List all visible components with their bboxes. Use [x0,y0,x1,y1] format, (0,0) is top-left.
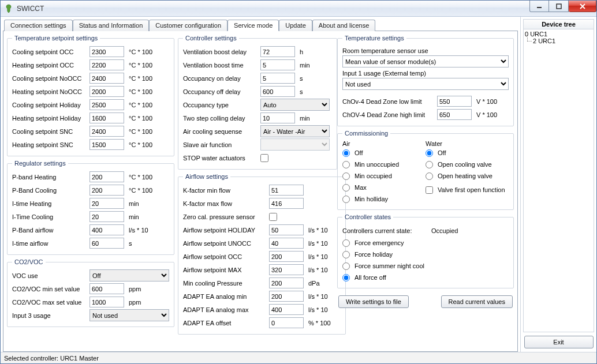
field-input[interactable] [269,304,304,315]
field-input[interactable] [89,185,124,196]
field-input[interactable] [269,185,304,196]
field-input[interactable] [269,264,304,275]
field-unit: °C * 100 [129,75,161,82]
field-input[interactable] [269,251,304,262]
checkbox-valve-first-open[interactable] [426,186,433,194]
radio-states[interactable] [342,251,350,258]
checkbox-zero-cal[interactable] [269,213,277,221]
radio-comm-air[interactable] [342,149,350,157]
field-input[interactable] [89,238,124,249]
field-input[interactable] [89,73,124,84]
group-airflow: Airflow settings K-factor min flowK-fact… [178,173,346,335]
field-input[interactable] [89,171,124,182]
device-tree[interactable]: 0 URC1 2 URC1 [523,29,594,332]
label-slave-air: Slave air function [183,141,258,148]
radio-comm-air[interactable] [342,184,350,192]
field-input[interactable] [260,73,295,84]
radio-label: All force off [355,274,386,281]
minimize-button[interactable] [529,1,549,12]
field-input[interactable] [269,277,304,288]
tabpage-service-mode: Temperature setpoint settings Cooling se… [3,31,518,352]
field-input[interactable] [89,126,124,137]
select-occupancy-type[interactable]: Auto [260,99,330,111]
field-input[interactable] [269,224,304,235]
radio-comm-air[interactable] [342,161,350,168]
field-input[interactable] [260,86,295,97]
radio-states[interactable] [342,274,350,282]
tab-customer-configuration[interactable]: Customer configuration [149,20,227,31]
radio-states[interactable] [342,262,350,270]
radio-states[interactable] [342,239,350,247]
unit-dz-low: V * 100 [476,98,509,105]
field-input[interactable] [269,317,304,328]
field-unit: l/s * 10 [308,293,341,300]
field-input[interactable] [260,59,295,70]
input-co2voc-max[interactable] [89,297,124,307]
radio-label: Force summer night cool [355,262,424,269]
input-co2voc-min[interactable] [89,283,124,294]
tab-update[interactable]: Update [279,20,312,31]
tab-about-and-license[interactable]: About and license [312,20,375,31]
field-input[interactable] [89,139,124,150]
field-input[interactable] [89,86,124,97]
label-input3-usage: Input 3 usage [12,312,87,319]
input-two-step[interactable] [260,112,295,123]
field-label: Cooling setpoint Holiday [12,102,87,108]
field-unit: l/s * 10 [308,253,341,260]
field-input[interactable] [89,198,124,209]
legend-co2voc: CO2/VOC [12,258,46,265]
label-room-temp-sensor: Room temperature sensor use [342,47,509,54]
radio-comm-air[interactable] [342,196,350,203]
field-input[interactable] [89,46,124,57]
select-input3-usage[interactable]: Not used [89,309,169,321]
checkbox-stop-water[interactable] [260,154,268,162]
svg-rect-1 [557,4,561,9]
label-occupancy-type: Occupancy type [183,102,258,108]
radio-comm-air[interactable] [342,172,350,180]
field-label: Airflow setpoint HOLIDAY [183,227,267,234]
maximize-button[interactable] [549,1,569,12]
select-input1-usage[interactable]: Not used [342,78,509,90]
field-label: Occupancy on delay [183,75,258,82]
select-room-temp-sensor[interactable]: Mean value of sensor module(s) [342,55,509,67]
input-dz-high[interactable] [437,109,472,120]
statusbar: Selected controller: URC1 Master [1,352,596,363]
field-input[interactable] [269,238,304,249]
radio-label: Force holiday [355,251,393,258]
field-unit: °C * 100 [129,141,161,148]
field-label: Airflow setpoint OCC [183,253,267,260]
field-unit: °C * 100 [129,102,161,108]
field-input[interactable] [260,46,295,57]
legend-controller: Controller settings [183,35,239,42]
legend-temperature-setpoint: Temperature setpoint settings [12,35,100,42]
group-regulator: Regulator settings P-band Heating°C * 10… [7,160,174,255]
tabstrip: Connection settings Status and Informati… [3,19,518,31]
field-label: I-Time Cooling [12,213,87,220]
read-current-values-button[interactable]: Read current values [441,295,513,308]
radio-label: Min unoccupied [355,161,399,168]
tab-service-mode[interactable]: Service mode [227,20,279,31]
field-label: Occupancy off delay [183,88,258,95]
tree-node-child[interactable]: 2 URC1 [525,37,592,44]
value-current-state: Occupied [431,227,458,234]
close-button[interactable] [569,1,596,12]
select-air-cooling-seq[interactable]: Air - Water -Air [260,125,330,137]
field-input[interactable] [89,211,124,222]
tab-status-and-information[interactable]: Status and Information [73,20,150,31]
field-label: P-Band Cooling [12,187,87,194]
radio-comm-water[interactable] [426,172,433,180]
write-settings-button[interactable]: Write settings to file [338,295,409,308]
input-dz-low[interactable] [437,96,472,107]
field-input[interactable] [269,291,304,302]
field-input[interactable] [89,112,124,123]
tree-node-root[interactable]: 0 URC1 [525,31,592,37]
radio-comm-water[interactable] [426,161,433,168]
tab-connection-settings[interactable]: Connection settings [4,20,73,31]
radio-comm-water[interactable] [426,149,433,157]
select-voc-use[interactable]: Off [89,269,169,282]
field-input[interactable] [89,224,124,235]
exit-button[interactable]: Exit [524,336,594,348]
field-input[interactable] [89,99,124,110]
field-input[interactable] [269,198,304,209]
field-input[interactable] [89,59,124,70]
